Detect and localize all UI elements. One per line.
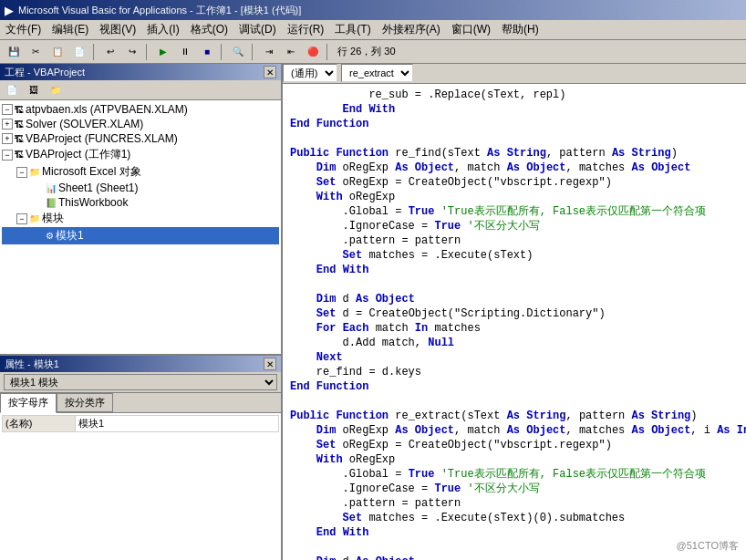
project-panel-toolbar: 📄 🖼 📁 (0, 80, 281, 100)
tree-item-label: Solver (SOLVER.XLAM) (26, 118, 143, 130)
run-button[interactable]: ▶ (153, 43, 173, 61)
tree-item-label: Sheet1 (Sheet1) (58, 181, 138, 194)
cut-button[interactable]: ✂ (26, 43, 46, 61)
paste-button[interactable]: 📄 (69, 43, 89, 61)
tree-item-label: 模块 (42, 211, 64, 226)
tree-item-icon: 📁 (29, 213, 40, 223)
menu-item-7[interactable]: 工具(T) (329, 20, 376, 39)
outdent-button[interactable]: ⇤ (281, 43, 301, 61)
undo-button[interactable]: ↩ (100, 43, 120, 61)
tree-item-label: 模块1 (56, 228, 84, 244)
project-toggle-folders[interactable]: 📁 (46, 81, 66, 99)
tree-item-label: VBAProject (FUNCRES.XLAM) (26, 132, 178, 145)
menu-item-10[interactable]: 帮助(H) (496, 20, 544, 39)
tree-item-icon: 📁 (29, 167, 40, 177)
tree-item[interactable]: −📁Microsoft Excel 对象 (2, 163, 279, 181)
app-icon: ▶ (5, 4, 14, 17)
toolbar-sep-5 (326, 44, 330, 60)
expand-icon[interactable]: + (2, 119, 13, 130)
tree-item-label: VBAProject (工作簿1) (26, 147, 130, 162)
menu-item-5[interactable]: 调试(D) (233, 20, 282, 39)
code-header: (通用) re_extract (283, 64, 746, 84)
project-panel: 工程 - VBAProject ✕ 📄 🖼 📁 −🏗atpvbaen.xls (… (0, 64, 281, 356)
menu-item-2[interactable]: 视图(V) (94, 20, 141, 39)
tree-item-icon: 📊 (46, 183, 57, 193)
tree-item[interactable]: ⚙模块1 (2, 227, 279, 244)
tree-item[interactable]: −📁模块 (2, 210, 279, 227)
tree-item-icon: 🏗 (15, 105, 24, 115)
tree-item-icon: 🏗 (15, 134, 24, 144)
tree-item-icon: 🏗 (15, 150, 24, 160)
tree-item-label: ThisWorkbook (58, 196, 128, 209)
properties-panel: 属性 - 模块1 ✕ 模块1 模块 按字母序 按分类序 (名称) 模块1 (0, 356, 281, 560)
main-layout: 工程 - VBAProject ✕ 📄 🖼 📁 −🏗atpvbaen.xls (… (0, 64, 746, 560)
left-panel: 工程 - VBAProject ✕ 📄 🖼 📁 −🏗atpvbaen.xls (… (0, 64, 283, 560)
tree-item-icon: ⚙ (46, 231, 54, 241)
props-panel-title: 属性 - 模块1 (5, 358, 59, 371)
tree-item[interactable]: +🏗Solver (SOLVER.XLAM) (2, 117, 279, 131)
pause-button[interactable]: ⏸ (175, 43, 195, 61)
props-tab-alpha[interactable]: 按字母序 (0, 393, 57, 413)
tree-item-icon: 🏗 (15, 119, 24, 130)
props-panel-header: 属性 - 模块1 ✕ (0, 356, 281, 372)
props-obj-select[interactable]: 模块1 模块 (4, 374, 277, 390)
props-tabs: 按字母序 按分类序 (0, 393, 281, 413)
project-panel-header: 工程 - VBAProject ✕ (0, 64, 281, 80)
menu-item-8[interactable]: 外接程序(A) (377, 20, 446, 39)
save-button[interactable]: 💾 (4, 43, 24, 61)
menu-item-6[interactable]: 运行(R) (282, 20, 330, 39)
code-proc-dropdown[interactable]: re_extract (341, 64, 413, 82)
tree-item[interactable]: 📊Sheet1 (Sheet1) (2, 181, 279, 195)
code-area[interactable]: re_sub = .Replace(sText, repl) End With … (283, 84, 746, 560)
props-table: (名称) 模块1 (2, 415, 279, 432)
project-panel-close[interactable]: ✕ (264, 66, 276, 78)
title-bar: ▶ Microsoft Visual Basic for Application… (0, 0, 746, 20)
expand-icon[interactable]: − (16, 213, 27, 224)
tree-item-icon: 📗 (46, 198, 57, 208)
props-panel-close[interactable]: ✕ (264, 358, 276, 370)
props-tab-category[interactable]: 按分类序 (57, 393, 113, 412)
toolbar-sep-2 (146, 44, 150, 60)
row-col-label: 行 26，列 30 (334, 45, 399, 58)
props-content: (名称) 模块1 (0, 413, 281, 560)
tree-item-label: atpvbaen.xls (ATPVBAEN.XLAM) (26, 103, 188, 116)
project-panel-title: 工程 - VBAProject (5, 66, 85, 79)
copy-button[interactable]: 📋 (47, 43, 67, 61)
props-cell-name: (名称) (3, 416, 76, 432)
menu-item-9[interactable]: 窗口(W) (446, 20, 496, 39)
watermark: @51CTO博客 (677, 539, 739, 553)
redo-button[interactable]: ↪ (122, 43, 142, 61)
project-view-code[interactable]: 📄 (2, 81, 22, 99)
tree-item[interactable]: 📗ThisWorkbook (2, 195, 279, 210)
menu-item-3[interactable]: 插入(I) (141, 20, 184, 39)
tree-item[interactable]: −🏗VBAProject (工作簿1) (2, 146, 279, 163)
props-cell-value[interactable]: 模块1 (76, 416, 279, 432)
toolbar-sep-1 (93, 44, 97, 60)
code-object-dropdown[interactable]: (通用) (283, 64, 337, 82)
breakpoint-button[interactable]: 🔴 (303, 43, 323, 61)
props-row-name: (名称) 模块1 (3, 416, 279, 432)
project-tree[interactable]: −🏗atpvbaen.xls (ATPVBAEN.XLAM)+🏗Solver (… (0, 100, 281, 354)
menu-item-0[interactable]: 文件(F) (0, 20, 47, 39)
props-obj-label: 模块1 模块 (0, 372, 281, 393)
expand-icon[interactable]: + (2, 133, 13, 144)
find-button[interactable]: 🔍 (228, 43, 248, 61)
menu-item-4[interactable]: 格式(O) (185, 20, 233, 39)
title-text: Microsoft Visual Basic for Applications … (18, 4, 301, 17)
stop-button[interactable]: ■ (197, 43, 217, 61)
toolbar-sep-3 (221, 44, 224, 60)
project-view-object[interactable]: 🖼 (24, 81, 44, 99)
expand-icon[interactable]: − (16, 167, 27, 178)
tree-item[interactable]: +🏗VBAProject (FUNCRES.XLAM) (2, 131, 279, 146)
menu-item-1[interactable]: 编辑(E) (47, 20, 94, 39)
toolbar-sep-4 (252, 44, 255, 60)
indent-button[interactable]: ⇥ (259, 43, 279, 61)
expand-icon[interactable]: − (2, 104, 13, 115)
menu-bar: 文件(F) 编辑(E) 视图(V) 插入(I) 格式(O) 调试(D) 运行(R… (0, 20, 746, 40)
tree-item-label: Microsoft Excel 对象 (42, 164, 141, 180)
expand-icon[interactable]: − (2, 150, 13, 161)
tree-item[interactable]: −🏗atpvbaen.xls (ATPVBAEN.XLAM) (2, 102, 279, 117)
code-panel: (通用) re_extract re_sub = .Replace(sText,… (283, 64, 746, 560)
toolbar: 💾 ✂ 📋 📄 ↩ ↪ ▶ ⏸ ■ 🔍 ⇥ ⇤ 🔴 行 26，列 30 (0, 40, 746, 64)
